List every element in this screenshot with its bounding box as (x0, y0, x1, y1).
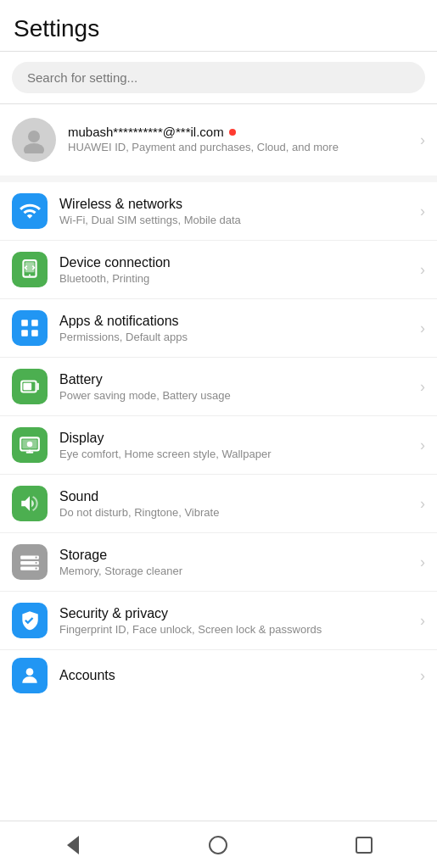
security-privacy-icon (19, 609, 41, 632)
apps-notifications-icon (19, 317, 41, 339)
apps-notifications-text: Apps & notifications Permissions, Defaul… (59, 314, 420, 343)
storage-chevron-icon: › (420, 554, 425, 571)
back-icon (67, 836, 79, 854)
apps-notifications-chevron-icon: › (420, 320, 425, 337)
device-connection-icon-wrapper (12, 252, 48, 287)
home-icon (209, 836, 227, 854)
sound-text: Sound Do not disturb, Ringtone, Vibrate (59, 489, 420, 519)
settings-item-security-privacy[interactable]: Security & privacy Fingerprint ID, Face … (0, 592, 437, 650)
display-title: Display (59, 431, 420, 446)
sound-icon (19, 492, 41, 515)
accounts-text: Accounts (59, 668, 420, 683)
section-divider (0, 175, 437, 182)
storage-subtitle: Memory, Storage cleaner (59, 565, 420, 577)
battery-icon-wrapper (12, 369, 48, 404)
settings-item-device-connection[interactable]: Device connection Bluetooth, Printing › (0, 241, 437, 299)
storage-title: Storage (59, 548, 420, 563)
battery-icon (19, 376, 41, 398)
device-connection-title: Device connection (59, 255, 420, 270)
account-email: mubash**********@***il.com (68, 125, 224, 139)
storage-icon (19, 551, 41, 573)
battery-chevron-icon: › (420, 378, 425, 396)
svg-point-19 (36, 568, 37, 570)
search-container (0, 52, 437, 103)
svg-point-1 (24, 143, 44, 153)
wireless-networks-text: Wireless & networks Wi-Fi, Dual SIM sett… (59, 197, 420, 226)
account-section[interactable]: mubash**********@***il.com HUAWEI ID, Pa… (0, 104, 437, 175)
battery-text: Battery Power saving mode, Battery usage (59, 372, 420, 402)
settings-item-accounts[interactable]: Accounts › (0, 650, 437, 701)
settings-item-apps-notifications[interactable]: Apps & notifications Permissions, Defaul… (0, 299, 437, 358)
account-chevron-icon: › (420, 131, 425, 149)
avatar (12, 118, 56, 162)
account-email-row: mubash**********@***il.com (68, 125, 420, 139)
settings-item-storage[interactable]: Storage Memory, Storage cleaner › (0, 533, 437, 592)
device-connection-chevron-icon: › (420, 261, 425, 279)
security-privacy-icon-wrapper (12, 603, 48, 638)
recents-icon (356, 837, 373, 854)
wifi-icon (19, 200, 41, 222)
security-privacy-text: Security & privacy Fingerprint ID, Face … (59, 606, 420, 636)
settings-item-battery[interactable]: Battery Power saving mode, Battery usage… (0, 358, 437, 416)
security-privacy-title: Security & privacy (59, 606, 420, 621)
svg-point-4 (29, 274, 31, 275)
svg-rect-5 (21, 320, 28, 326)
storage-icon-wrapper (12, 544, 48, 580)
wireless-networks-subtitle: Wi-Fi, Dual SIM settings, Mobile data (59, 214, 420, 226)
svg-point-0 (28, 131, 40, 142)
accounts-icon-wrapper (12, 658, 48, 693)
bottom-nav (0, 821, 437, 868)
display-text: Display Eye comfort, Home screen style, … (59, 431, 420, 460)
battery-title: Battery (59, 372, 420, 387)
svg-rect-6 (31, 320, 38, 326)
account-subtitle: HUAWEI ID, Payment and purchases, Cloud,… (68, 141, 420, 155)
display-icon (19, 434, 41, 456)
svg-point-13 (27, 442, 33, 448)
svg-point-20 (26, 668, 34, 676)
page-title: Settings (14, 15, 99, 42)
sound-chevron-icon: › (420, 495, 425, 513)
svg-point-17 (36, 562, 37, 564)
recents-button[interactable] (347, 828, 381, 862)
search-input[interactable] (12, 62, 425, 93)
sound-title: Sound (59, 489, 420, 504)
display-icon-wrapper (12, 427, 48, 463)
display-chevron-icon: › (420, 437, 425, 454)
accounts-title: Accounts (59, 668, 420, 683)
home-button[interactable] (201, 828, 235, 862)
online-indicator (229, 129, 236, 136)
page-header: Settings (0, 0, 437, 51)
device-connection-subtitle: Bluetooth, Printing (59, 272, 420, 285)
security-privacy-chevron-icon: › (420, 612, 425, 630)
apps-notifications-subtitle: Permissions, Default apps (59, 331, 420, 343)
settings-item-display[interactable]: Display Eye comfort, Home screen style, … (0, 416, 437, 475)
settings-item-wireless-networks[interactable]: Wireless & networks Wi-Fi, Dual SIM sett… (0, 182, 437, 241)
accounts-chevron-icon: › (420, 667, 425, 685)
apps-notifications-title: Apps & notifications (59, 314, 420, 329)
battery-subtitle: Power saving mode, Battery usage (59, 389, 420, 402)
svg-rect-10 (23, 383, 31, 391)
back-button[interactable] (56, 828, 90, 862)
sound-icon-wrapper (12, 486, 48, 521)
settings-list: Wireless & networks Wi-Fi, Dual SIM sett… (0, 182, 437, 821)
wireless-networks-title: Wireless & networks (59, 197, 420, 212)
apps-notifications-icon-wrapper (12, 310, 48, 346)
security-privacy-subtitle: Fingerprint ID, Face unlock, Screen lock… (59, 623, 420, 636)
svg-rect-8 (31, 330, 38, 337)
device-connection-text: Device connection Bluetooth, Printing (59, 255, 420, 285)
svg-rect-7 (21, 330, 28, 337)
storage-text: Storage Memory, Storage cleaner (59, 548, 420, 577)
svg-point-15 (36, 557, 37, 559)
settings-item-sound[interactable]: Sound Do not disturb, Ringtone, Vibrate … (0, 475, 437, 533)
wireless-networks-chevron-icon: › (420, 203, 425, 220)
sound-subtitle: Do not disturb, Ringtone, Vibrate (59, 506, 420, 519)
account-info: mubash**********@***il.com HUAWEI ID, Pa… (68, 125, 420, 155)
display-subtitle: Eye comfort, Home screen style, Wallpape… (59, 448, 420, 460)
accounts-icon (19, 665, 41, 687)
wireless-networks-icon-wrapper (12, 193, 48, 229)
device-connection-icon (19, 259, 41, 281)
